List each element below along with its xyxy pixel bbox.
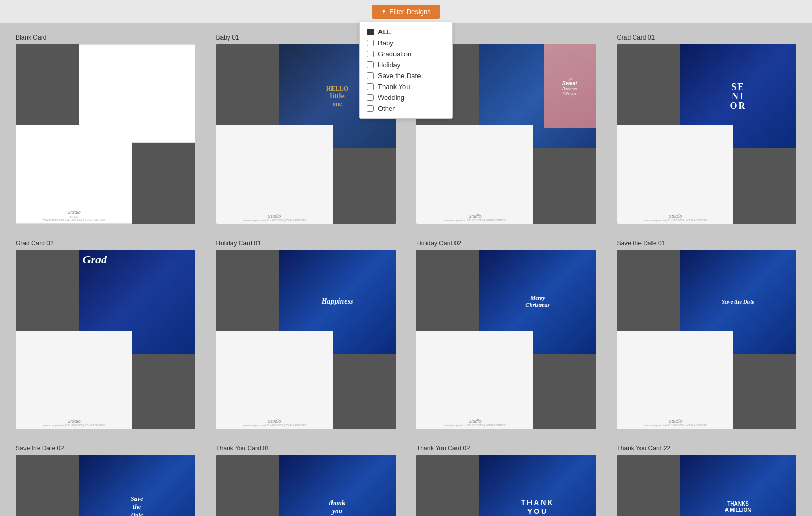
- filter-label-save-the-date: Save the Date: [378, 72, 421, 80]
- blank-back: Studio LOGO www.example.com | 111-867-53…: [16, 125, 132, 223]
- logo-grad01: Studio: [669, 213, 682, 219]
- grad01-senior-text: SENIOR: [730, 82, 746, 110]
- card-front-thankyou01: thankyou: [279, 455, 396, 516]
- filter-dropdown: ALL Baby Graduation Holiday Save the Dat…: [359, 22, 453, 119]
- filter-label-thank-you: Thank You: [378, 83, 410, 91]
- card-label-thankyou22: Thank You Card 22: [617, 445, 797, 452]
- card-preview-holiday02: MerryChristmas Studio www.example.com | …: [416, 250, 596, 430]
- card-back-grad01: Studio www.example.com | 111-867-5309 | …: [617, 125, 734, 223]
- addr-holiday01: www.example.com | 111-867-5309 | YOUR AD…: [243, 424, 306, 427]
- thankyou01-text-overlay: thankyou: [279, 455, 396, 516]
- card-preview-grad01: SENIOR Studio www.example.com | 111-867-…: [617, 44, 797, 224]
- addr-blank: www.example.com | 111-867-5309 | YOUR AD…: [43, 218, 106, 221]
- filter-label-graduation: Graduation: [378, 50, 411, 58]
- card-preview-thankyou02: THANKYOU Studio www.example.com | 111-86…: [416, 455, 596, 516]
- card-preview-blank: Studio LOGO www.example.com | 111-867-53…: [16, 44, 195, 224]
- thankyou02-text: THANKYOU: [521, 498, 555, 516]
- thankyou01-text: thankyou: [329, 499, 346, 515]
- savedate01-text: Save the Date: [722, 298, 754, 305]
- filter-btn-label: Filter Designs: [389, 8, 430, 16]
- savedate02-text: SavetheDate: [131, 495, 143, 517]
- holiday01-happiness-text: Happiness: [322, 297, 353, 306]
- card-preview-savedate02: SavetheDate Studio www.example.com | 111…: [16, 455, 195, 516]
- addr-grad01: www.example.com | 111-867-5309 | YOUR AD…: [644, 219, 707, 222]
- baby02-pink-card: 🌙SweetDreamslittle one: [544, 44, 596, 128]
- filter-option-holiday[interactable]: Holiday: [367, 59, 445, 70]
- card-holiday01[interactable]: Holiday Card 01 Happiness Studio www.exa…: [216, 240, 396, 430]
- card-label-savedate01: Save the Date 01: [617, 240, 797, 247]
- card-back-grad02: Studio www.example.com | 111-867-5309 | …: [16, 331, 132, 429]
- card-grad02[interactable]: Grad Card 02 Grad Studio www.example.com…: [16, 240, 195, 430]
- card-back-baby02: Studio www.example.com | 111-867-5309 | …: [416, 125, 533, 223]
- top-bar: Filter Designs ALL Baby Graduation Holid…: [0, 0, 812, 23]
- grad02-text: Grad: [83, 254, 107, 266]
- card-grad01[interactable]: Grad Card 01 SENIOR Studio www.example.c…: [617, 34, 797, 224]
- card-blank[interactable]: Blank Card Studio LOGO www.example.com |…: [16, 34, 195, 224]
- card-back-holiday01: Studio www.example.com | 111-867-5309 | …: [216, 331, 333, 429]
- addr-grad02: www.example.com | 111-867-5309 | YOUR AD…: [43, 424, 106, 427]
- card-label-savedate02: Save the Date 02: [16, 445, 195, 452]
- card-preview-thankyou01: thankyou Studio www.example.com | 111-86…: [216, 455, 396, 516]
- card-label-grad02: Grad Card 02: [16, 240, 195, 247]
- addr-baby01: www.example.com | 111-867-5309 | YOUR AD…: [243, 219, 306, 222]
- filter-option-baby[interactable]: Baby: [367, 37, 445, 48]
- card-label-holiday02: Holiday Card 02: [416, 240, 596, 247]
- card-back-holiday02: Studio www.example.com | 111-867-5309 | …: [416, 331, 533, 429]
- filter-label-holiday: Holiday: [378, 61, 400, 69]
- filter-option-wedding[interactable]: Wedding: [367, 92, 445, 103]
- logo-holiday01: Studio: [268, 419, 281, 424]
- card-label-holiday01: Holiday Card 01: [216, 240, 396, 247]
- filter-option-other[interactable]: Other: [367, 103, 445, 114]
- logo-blank: Studio: [67, 210, 81, 215]
- card-holiday02[interactable]: Holiday Card 02 MerryChristmas Studio ww…: [416, 240, 596, 430]
- checkbox-graduation[interactable]: [367, 51, 374, 57]
- baby02-sweet-text: 🌙SweetDreamslittle one: [562, 76, 577, 96]
- card-label-thankyou01: Thank You Card 01: [216, 445, 396, 452]
- card-preview-savedate01: Save the Date Studio www.example.com | 1…: [617, 250, 797, 430]
- filter-option-thank-you[interactable]: Thank You: [367, 81, 445, 92]
- filter-option-all[interactable]: ALL: [367, 27, 445, 37]
- card-preview-grad02: Grad Studio www.example.com | 111-867-53…: [16, 250, 195, 430]
- card-savedate01[interactable]: Save the Date 01 Save the Date Studio ww…: [617, 240, 797, 430]
- checkbox-baby[interactable]: [367, 40, 374, 46]
- baby01-hello-text: HELLOlittleone: [326, 85, 349, 107]
- thankyou22-text: THANKSA MILLION: [725, 501, 752, 513]
- filter-label-other: Other: [378, 105, 395, 112]
- card-front-thankyou02: THANKYOU: [479, 455, 596, 516]
- checkbox-wedding[interactable]: [367, 94, 374, 101]
- thankyou22-text-overlay: THANKSA MILLION: [680, 455, 796, 516]
- card-front-savedate02: SavetheDate: [79, 455, 195, 516]
- card-label-grad01: Grad Card 01: [617, 34, 797, 41]
- logo-grad02: Studio: [67, 419, 81, 424]
- addr-baby02: www.example.com | 111-867-5309 | YOUR AD…: [444, 219, 507, 222]
- card-thankyou01[interactable]: Thank You Card 01 thankyou Studio www.ex…: [216, 445, 396, 516]
- checkbox-thank-you[interactable]: [367, 83, 374, 90]
- card-preview-thankyou22: THANKSA MILLION Studio www.example.com |…: [617, 455, 797, 516]
- filter-option-save-the-date[interactable]: Save the Date: [367, 70, 445, 81]
- filter-designs-button[interactable]: Filter Designs: [372, 5, 440, 19]
- card-thankyou22[interactable]: Thank You Card 22 THANKSA MILLION Studio…: [617, 445, 797, 516]
- card-thankyou02[interactable]: Thank You Card 02 THANKYOU Studio www.ex…: [416, 445, 596, 516]
- filter-label-baby: Baby: [378, 39, 393, 47]
- card-savedate02[interactable]: Save the Date 02 SavetheDate Studio www.…: [16, 445, 195, 516]
- savedate02-text-overlay: SavetheDate: [79, 455, 195, 516]
- checkbox-holiday[interactable]: [367, 61, 374, 68]
- addr-holiday02: www.example.com | 111-867-5309 | YOUR AD…: [444, 424, 507, 427]
- card-back-savedate01: Studio www.example.com | 111-867-5309 | …: [617, 331, 734, 429]
- logo-baby01: Studio: [268, 213, 281, 219]
- checkbox-other[interactable]: [367, 105, 374, 112]
- card-label-thankyou02: Thank You Card 02: [416, 445, 596, 452]
- thankyou02-text-overlay: THANKYOU: [479, 455, 596, 516]
- filter-label-wedding: Wedding: [378, 94, 404, 102]
- card-back-baby01: Studio www.example.com | 111-867-5309 | …: [216, 125, 333, 223]
- checkbox-save-the-date[interactable]: [367, 72, 374, 79]
- filter-label-all: ALL: [378, 28, 391, 36]
- logo-baby02: Studio: [468, 213, 482, 219]
- addr-savedate01: www.example.com | 111-867-5309 | YOUR AD…: [644, 424, 707, 427]
- holiday02-christmas-text: MerryChristmas: [525, 295, 549, 308]
- logo-savedate01: Studio: [669, 419, 682, 424]
- card-front-thankyou22: THANKSA MILLION: [680, 455, 796, 516]
- card-preview-holiday01: Happiness Studio www.example.com | 111-8…: [216, 250, 396, 430]
- filter-option-graduation[interactable]: Graduation: [367, 48, 445, 59]
- logo-holiday02: Studio: [468, 419, 482, 424]
